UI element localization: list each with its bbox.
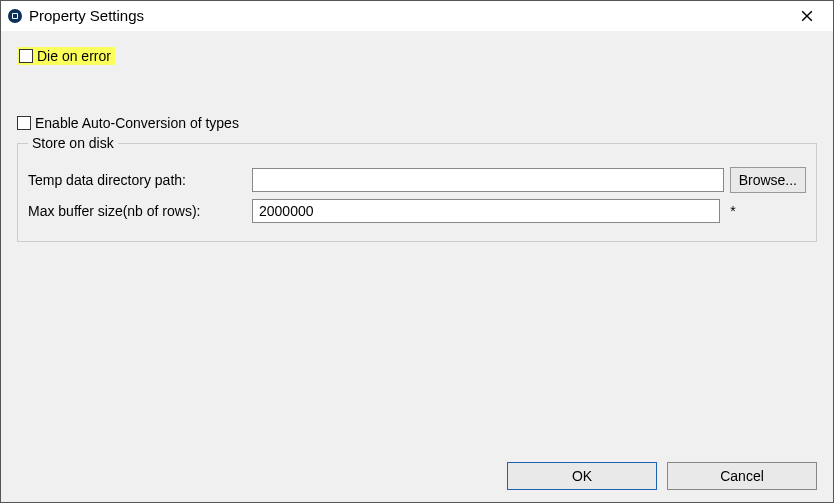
dialog-footer: OK Cancel	[507, 462, 817, 490]
auto-convert-row[interactable]: Enable Auto-Conversion of types	[17, 115, 817, 131]
temp-path-label: Temp data directory path:	[28, 172, 246, 188]
window-title: Property Settings	[29, 7, 787, 24]
auto-convert-checkbox[interactable]	[17, 116, 31, 130]
max-buffer-input[interactable]	[252, 199, 720, 223]
die-on-error-label: Die on error	[37, 48, 111, 64]
store-on-disk-legend: Store on disk	[28, 135, 118, 151]
max-buffer-row: Max buffer size(nb of rows): *	[28, 199, 806, 223]
die-on-error-checkbox[interactable]	[19, 49, 33, 63]
browse-button[interactable]: Browse...	[730, 167, 806, 193]
max-buffer-label: Max buffer size(nb of rows):	[28, 203, 246, 219]
temp-path-input[interactable]	[252, 168, 724, 192]
cancel-button[interactable]: Cancel	[667, 462, 817, 490]
app-icon	[7, 8, 23, 24]
property-settings-window: Property Settings Die on error Enable Au…	[0, 0, 834, 503]
svg-rect-2	[13, 14, 17, 18]
required-marker: *	[726, 203, 740, 219]
content-area: Die on error Enable Auto-Conversion of t…	[1, 31, 833, 242]
store-on-disk-group: Store on disk Temp data directory path: …	[17, 135, 817, 242]
auto-convert-label: Enable Auto-Conversion of types	[35, 115, 239, 131]
titlebar: Property Settings	[1, 1, 833, 31]
close-button[interactable]	[787, 1, 827, 31]
close-icon	[801, 10, 813, 22]
die-on-error-row[interactable]: Die on error	[17, 47, 115, 65]
ok-button[interactable]: OK	[507, 462, 657, 490]
temp-path-row: Temp data directory path: Browse...	[28, 167, 806, 193]
